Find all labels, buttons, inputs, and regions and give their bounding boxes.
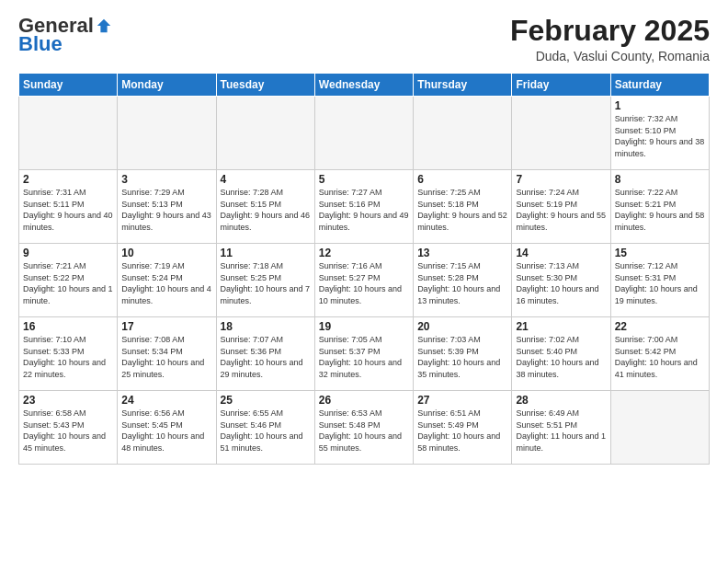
calendar-cell: 10Sunrise: 7:19 AM Sunset: 5:24 PM Dayli… <box>118 244 216 317</box>
calendar-cell: 19Sunrise: 7:05 AM Sunset: 5:37 PM Dayli… <box>314 317 413 391</box>
day-number: 2 <box>23 173 113 186</box>
calendar-week-2: 9Sunrise: 7:21 AM Sunset: 5:22 PM Daylig… <box>19 244 710 317</box>
calendar: Sunday Monday Tuesday Wednesday Thursday… <box>18 73 710 465</box>
logo-blue-text: Blue <box>18 33 63 55</box>
day-number: 13 <box>417 247 507 259</box>
calendar-week-3: 16Sunrise: 7:10 AM Sunset: 5:33 PM Dayli… <box>19 317 710 391</box>
day-number: 8 <box>615 173 705 186</box>
day-info: Sunrise: 7:22 AM Sunset: 5:21 PM Dayligh… <box>615 187 705 233</box>
day-number: 19 <box>319 320 409 333</box>
day-info: Sunrise: 7:27 AM Sunset: 5:16 PM Dayligh… <box>319 187 409 233</box>
day-info: Sunrise: 7:29 AM Sunset: 5:13 PM Dayligh… <box>121 187 211 233</box>
calendar-cell: 8Sunrise: 7:22 AM Sunset: 5:21 PM Daylig… <box>610 170 709 244</box>
calendar-cell: 18Sunrise: 7:07 AM Sunset: 5:36 PM Dayli… <box>216 317 314 391</box>
day-info: Sunrise: 7:08 AM Sunset: 5:34 PM Dayligh… <box>121 334 211 380</box>
calendar-week-1: 2Sunrise: 7:31 AM Sunset: 5:11 PM Daylig… <box>19 170 710 244</box>
day-number: 1 <box>615 99 705 112</box>
header-sunday: Sunday <box>19 74 118 97</box>
day-info: Sunrise: 7:00 AM Sunset: 5:42 PM Dayligh… <box>615 334 705 380</box>
subtitle: Duda, Vaslui County, Romania <box>510 49 710 63</box>
day-number: 5 <box>319 173 409 186</box>
calendar-cell: 2Sunrise: 7:31 AM Sunset: 5:11 PM Daylig… <box>19 170 118 244</box>
day-info: Sunrise: 6:55 AM Sunset: 5:46 PM Dayligh… <box>221 408 311 454</box>
calendar-cell: 6Sunrise: 7:25 AM Sunset: 5:18 PM Daylig… <box>414 170 512 244</box>
calendar-cell: 3Sunrise: 7:29 AM Sunset: 5:13 PM Daylig… <box>118 170 216 244</box>
day-number: 28 <box>516 394 606 407</box>
calendar-cell: 27Sunrise: 6:51 AM Sunset: 5:49 PM Dayli… <box>414 391 512 465</box>
day-info: Sunrise: 7:19 AM Sunset: 5:24 PM Dayligh… <box>121 260 211 306</box>
day-number: 16 <box>23 320 113 333</box>
calendar-cell: 25Sunrise: 6:55 AM Sunset: 5:46 PM Dayli… <box>216 391 314 465</box>
logo: General Blue <box>18 15 112 55</box>
day-number: 23 <box>23 394 113 407</box>
day-number: 24 <box>121 394 211 407</box>
calendar-cell: 22Sunrise: 7:00 AM Sunset: 5:42 PM Dayli… <box>610 317 709 391</box>
day-info: Sunrise: 6:51 AM Sunset: 5:49 PM Dayligh… <box>417 408 507 454</box>
day-number: 27 <box>417 394 507 407</box>
day-info: Sunrise: 7:10 AM Sunset: 5:33 PM Dayligh… <box>23 334 113 380</box>
header-tuesday: Tuesday <box>216 74 314 97</box>
calendar-cell <box>118 97 216 170</box>
day-number: 20 <box>417 320 507 333</box>
day-info: Sunrise: 7:24 AM Sunset: 5:19 PM Dayligh… <box>516 187 606 233</box>
calendar-cell: 5Sunrise: 7:27 AM Sunset: 5:16 PM Daylig… <box>314 170 413 244</box>
page: General Blue February 2025 Duda, Vaslui … <box>0 0 728 563</box>
calendar-cell: 17Sunrise: 7:08 AM Sunset: 5:34 PM Dayli… <box>118 317 216 391</box>
calendar-cell: 12Sunrise: 7:16 AM Sunset: 5:27 PM Dayli… <box>314 244 413 317</box>
day-number: 11 <box>221 247 311 259</box>
day-info: Sunrise: 7:12 AM Sunset: 5:31 PM Dayligh… <box>615 260 705 306</box>
day-info: Sunrise: 6:49 AM Sunset: 5:51 PM Dayligh… <box>516 408 606 454</box>
day-info: Sunrise: 7:03 AM Sunset: 5:39 PM Dayligh… <box>417 334 507 380</box>
day-number: 25 <box>221 394 311 407</box>
header-saturday: Saturday <box>610 74 709 97</box>
day-info: Sunrise: 6:56 AM Sunset: 5:45 PM Dayligh… <box>121 408 211 454</box>
calendar-cell: 24Sunrise: 6:56 AM Sunset: 5:45 PM Dayli… <box>118 391 216 465</box>
calendar-cell <box>216 97 314 170</box>
header-friday: Friday <box>512 74 610 97</box>
day-info: Sunrise: 7:13 AM Sunset: 5:30 PM Dayligh… <box>516 260 606 306</box>
calendar-cell: 28Sunrise: 6:49 AM Sunset: 5:51 PM Dayli… <box>512 391 610 465</box>
weekday-header-row: Sunday Monday Tuesday Wednesday Thursday… <box>19 74 710 97</box>
day-number: 14 <box>516 247 606 259</box>
day-info: Sunrise: 7:15 AM Sunset: 5:28 PM Dayligh… <box>417 260 507 306</box>
title-block: February 2025 Duda, Vaslui County, Roman… <box>510 15 710 63</box>
day-info: Sunrise: 7:32 AM Sunset: 5:10 PM Dayligh… <box>615 113 705 159</box>
logo-icon <box>96 17 112 34</box>
header: General Blue February 2025 Duda, Vaslui … <box>18 15 710 63</box>
day-number: 15 <box>615 247 705 259</box>
calendar-cell: 7Sunrise: 7:24 AM Sunset: 5:19 PM Daylig… <box>512 170 610 244</box>
day-number: 22 <box>615 320 705 333</box>
day-info: Sunrise: 7:07 AM Sunset: 5:36 PM Dayligh… <box>221 334 311 380</box>
header-wednesday: Wednesday <box>314 74 413 97</box>
day-number: 18 <box>221 320 311 333</box>
calendar-cell <box>314 97 413 170</box>
day-number: 21 <box>516 320 606 333</box>
day-info: Sunrise: 7:02 AM Sunset: 5:40 PM Dayligh… <box>516 334 606 380</box>
header-thursday: Thursday <box>414 74 512 97</box>
day-info: Sunrise: 6:58 AM Sunset: 5:43 PM Dayligh… <box>23 408 113 454</box>
header-monday: Monday <box>118 74 216 97</box>
calendar-cell: 21Sunrise: 7:02 AM Sunset: 5:40 PM Dayli… <box>512 317 610 391</box>
day-info: Sunrise: 7:21 AM Sunset: 5:22 PM Dayligh… <box>23 260 113 306</box>
calendar-cell <box>19 97 118 170</box>
day-info: Sunrise: 7:16 AM Sunset: 5:27 PM Dayligh… <box>319 260 409 306</box>
calendar-cell: 15Sunrise: 7:12 AM Sunset: 5:31 PM Dayli… <box>610 244 709 317</box>
day-number: 7 <box>516 173 606 186</box>
day-info: Sunrise: 7:18 AM Sunset: 5:25 PM Dayligh… <box>221 260 311 306</box>
month-title: February 2025 <box>510 15 710 47</box>
day-number: 26 <box>319 394 409 407</box>
day-number: 17 <box>121 320 211 333</box>
calendar-cell: 11Sunrise: 7:18 AM Sunset: 5:25 PM Dayli… <box>216 244 314 317</box>
calendar-week-0: 1Sunrise: 7:32 AM Sunset: 5:10 PM Daylig… <box>19 97 710 170</box>
calendar-cell: 26Sunrise: 6:53 AM Sunset: 5:48 PM Dayli… <box>314 391 413 465</box>
day-number: 4 <box>221 173 311 186</box>
svg-marker-0 <box>97 19 110 32</box>
day-info: Sunrise: 7:25 AM Sunset: 5:18 PM Dayligh… <box>417 187 507 233</box>
calendar-cell: 4Sunrise: 7:28 AM Sunset: 5:15 PM Daylig… <box>216 170 314 244</box>
calendar-week-4: 23Sunrise: 6:58 AM Sunset: 5:43 PM Dayli… <box>19 391 710 465</box>
calendar-cell: 20Sunrise: 7:03 AM Sunset: 5:39 PM Dayli… <box>414 317 512 391</box>
day-info: Sunrise: 7:31 AM Sunset: 5:11 PM Dayligh… <box>23 187 113 233</box>
calendar-cell: 23Sunrise: 6:58 AM Sunset: 5:43 PM Dayli… <box>19 391 118 465</box>
calendar-cell: 9Sunrise: 7:21 AM Sunset: 5:22 PM Daylig… <box>19 244 118 317</box>
day-info: Sunrise: 6:53 AM Sunset: 5:48 PM Dayligh… <box>319 408 409 454</box>
